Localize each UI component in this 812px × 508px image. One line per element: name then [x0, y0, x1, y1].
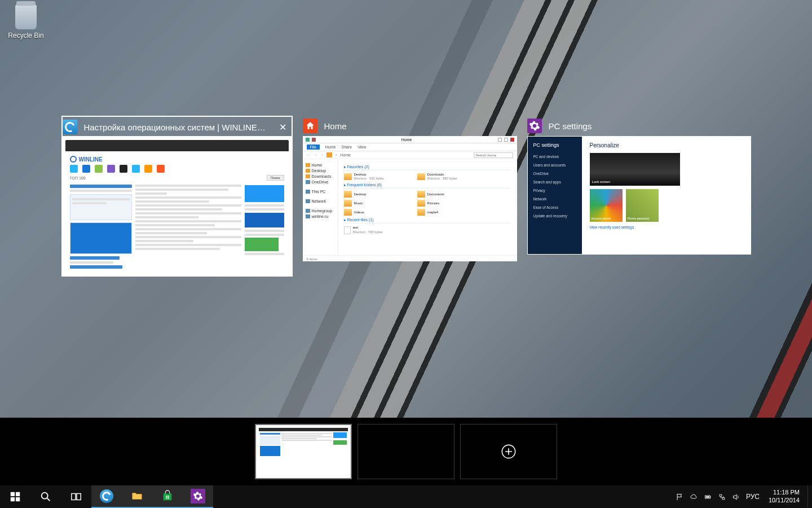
settings-section-title: Personalize: [590, 142, 743, 148]
task-view-button[interactable]: [61, 485, 91, 508]
settings-header: PC settings: [528, 142, 582, 152]
svg-rect-6: [72, 494, 76, 500]
item-name: Desktop: [354, 173, 384, 177]
store-icon: [161, 490, 174, 502]
item-name: Downloads: [427, 173, 457, 177]
trash-icon: [15, 5, 37, 29]
item-meta: Shortcut · 380 bytes: [427, 177, 457, 181]
settings-nav-item: Ease of Access: [528, 203, 582, 212]
sidebar-item-label: winline.ru: [312, 214, 329, 218]
sidebar-item-label: OneDrive: [312, 180, 329, 184]
clock-time: 11:18 PM: [769, 489, 800, 497]
onedrive-icon[interactable]: [690, 493, 698, 501]
status-text: 9 items: [307, 257, 317, 261]
svg-rect-2: [16, 492, 20, 496]
item-name: Pictures: [427, 202, 440, 205]
task-card-pcsettings[interactable]: PC settings PC settings PC and devices U…: [527, 116, 751, 277]
ribbon-tab: View: [358, 145, 366, 149]
system-tray[interactable]: РУС 11:18 PM 10/11/2014: [671, 485, 807, 508]
lockscreen-tile: Lock screen: [590, 153, 680, 186]
clock-date: 10/11/2014: [769, 497, 800, 505]
sidebar-item-label: Desktop: [312, 169, 326, 173]
virtual-desktop-strip: [0, 418, 812, 485]
task-card-title: Home: [324, 121, 517, 131]
svg-rect-12: [167, 497, 169, 498]
settings-nav-item: OneDrive: [528, 169, 582, 178]
ie-icon: [100, 489, 113, 503]
item-name: Documents: [427, 192, 444, 196]
recycle-bin-icon[interactable]: Recycle Bin: [7, 5, 45, 40]
task-card-ie[interactable]: Настройка операционных систем | WINLINE.…: [61, 116, 293, 277]
sidebar-item-label: This PC: [312, 190, 326, 194]
taskbar-store[interactable]: [152, 485, 183, 508]
top100-label: ТОП 100: [70, 176, 86, 180]
task-card-explorer[interactable]: Home Home File Home Share View ←→↑ ›Home…: [303, 116, 517, 277]
task-card-title: Настройка операционных систем | WINLINE.…: [84, 122, 268, 132]
close-icon[interactable]: ✕: [275, 119, 292, 135]
virtual-desktop-thumb[interactable]: [255, 424, 352, 479]
sidebar-item-label: Network: [312, 199, 326, 203]
taskbar-ie[interactable]: [91, 485, 122, 508]
gear-icon: [527, 119, 542, 133]
task-card-title: PC settings: [549, 121, 751, 131]
plus-icon: [501, 444, 517, 459]
clock[interactable]: 11:18 PM 10/11/2014: [765, 489, 803, 505]
search-btn: Поиск: [267, 175, 284, 181]
ribbon-tab: File: [307, 144, 320, 150]
section-title: Frequent folders (6): [347, 183, 381, 187]
settings-nav-item: Network: [528, 195, 582, 203]
network-icon[interactable]: [718, 493, 726, 501]
add-desktop-button[interactable]: [460, 424, 557, 479]
svg-rect-4: [16, 497, 20, 501]
sidebar-item-label: Downloads: [312, 174, 332, 178]
start-button[interactable]: [0, 485, 30, 508]
settings-nav-item: Users and accounts: [528, 161, 582, 169]
account-pic-tile: Account picture: [590, 189, 623, 222]
task-thumbnail: WINLINE ТОП 100Поиск: [63, 137, 292, 275]
item-meta: Shortcut · 931 bytes: [354, 177, 384, 181]
breadcrumb: Home: [340, 153, 351, 157]
item-name: test: [353, 226, 383, 230]
folder-icon: [131, 490, 143, 502]
svg-point-5: [42, 493, 48, 499]
virtual-desktop-thumb[interactable]: [358, 424, 454, 479]
svg-rect-7: [77, 494, 81, 500]
tile-label: Lock screen: [592, 180, 610, 183]
site-logo-text: WINLINE: [79, 156, 103, 163]
task-thumbnail: PC settings PC and devices Users and acc…: [527, 136, 751, 255]
sidebar-item-label: Home: [312, 163, 323, 167]
svg-rect-15: [706, 496, 709, 498]
item-name: Videos: [354, 211, 364, 214]
svg-rect-11: [166, 497, 167, 498]
settings-nav-item: Update and recovery: [528, 212, 582, 220]
svg-rect-3: [11, 497, 15, 501]
settings-nav-item: Search and apps: [528, 178, 582, 186]
item-name: maple4: [427, 211, 439, 214]
taskbar: РУС 11:18 PM 10/11/2014: [0, 485, 812, 508]
settings-nav-item: PC and devices: [528, 152, 582, 161]
search-button[interactable]: [30, 485, 61, 508]
svg-rect-9: [166, 496, 167, 497]
svg-rect-1: [11, 492, 15, 496]
item-name: Desktop: [354, 192, 367, 196]
section-title: Favorites (2): [347, 165, 369, 169]
show-desktop-button[interactable]: [807, 485, 812, 508]
task-thumbnail: Home File Home Share View ←→↑ ›Home Home…: [303, 136, 517, 261]
settings-nav-item: Privacy: [528, 186, 582, 195]
ie-icon: [63, 120, 77, 134]
taskbar-explorer[interactable]: [122, 485, 152, 508]
ribbon-tab: Home: [325, 145, 336, 149]
window-title: Home: [401, 138, 412, 142]
recycle-bin-label: Recycle Bin: [8, 32, 43, 40]
taskbar-settings[interactable]: [183, 485, 213, 508]
item-meta: Shortcut · 780 bytes: [353, 230, 383, 234]
svg-rect-14: [710, 496, 710, 498]
battery-icon[interactable]: [704, 493, 712, 501]
picture-pass-tile: Picture password: [626, 189, 659, 222]
section-title: Recent files (1): [347, 218, 373, 222]
language-indicator[interactable]: РУС: [746, 493, 760, 501]
search-input: [474, 152, 513, 158]
volume-icon[interactable]: [732, 493, 740, 501]
flag-icon[interactable]: [676, 493, 684, 501]
gear-icon: [191, 489, 205, 503]
